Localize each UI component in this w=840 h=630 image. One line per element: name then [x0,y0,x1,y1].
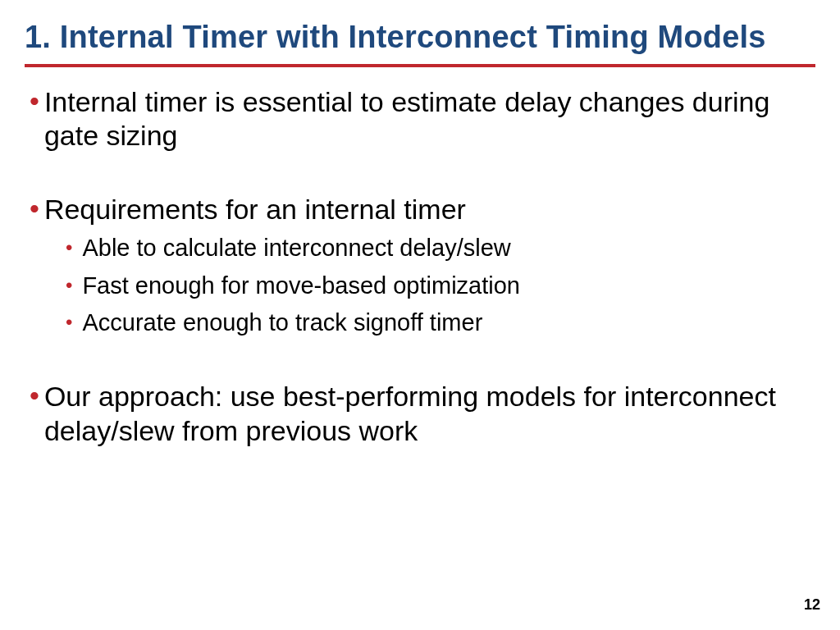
bullet-icon: • [66,313,72,332]
bullet-icon: • [30,87,39,115]
bullet-level1: • Requirements for an internal timer [30,193,810,226]
slide-title: 1. Internal Timer with Interconnect Timi… [25,20,815,62]
bullet-text: Able to calculate interconnect delay/sle… [82,233,510,264]
bullet-icon: • [66,276,72,295]
bullet-text: Internal timer is essential to estimate … [44,85,810,153]
bullet-icon: • [30,381,39,409]
bullet-level1: • Our approach: use best-performing mode… [30,380,810,448]
bullet-icon: • [30,194,39,222]
spacer [30,345,810,380]
slide-body: • Internal timer is essential to estimat… [25,85,815,448]
spacer [30,158,810,193]
bullet-icon: • [66,238,72,258]
bullet-text: Fast enough for move-based optimization [82,271,520,302]
bullet-level2: • Able to calculate interconnect delay/s… [66,233,810,264]
bullet-text: Requirements for an internal timer [44,193,466,226]
title-underline [25,64,815,67]
bullet-level2: • Accurate enough to track signoff timer [66,308,810,339]
bullet-level1: • Internal timer is essential to estimat… [30,85,810,153]
slide: 1. Internal Timer with Interconnect Timi… [0,0,840,630]
bullet-level2: • Fast enough for move-based optimizatio… [66,271,810,302]
page-number: 12 [804,596,820,614]
bullet-text: Our approach: use best-performing models… [44,380,810,448]
bullet-text: Accurate enough to track signoff timer [82,308,482,339]
